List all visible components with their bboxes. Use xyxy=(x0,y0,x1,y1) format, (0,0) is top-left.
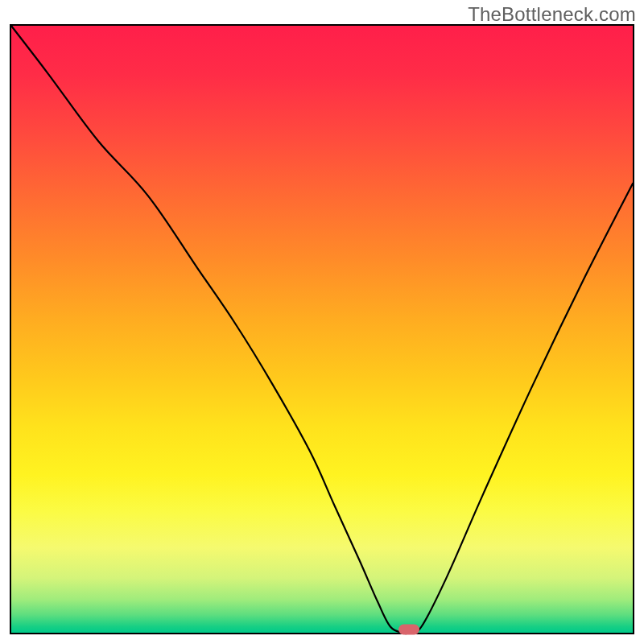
chart-root: TheBottleneck.com xyxy=(0,0,644,644)
bottleneck-curve xyxy=(11,26,633,633)
curve-path xyxy=(11,26,633,634)
watermark-text: TheBottleneck.com xyxy=(468,3,636,26)
plot-area xyxy=(10,24,634,634)
